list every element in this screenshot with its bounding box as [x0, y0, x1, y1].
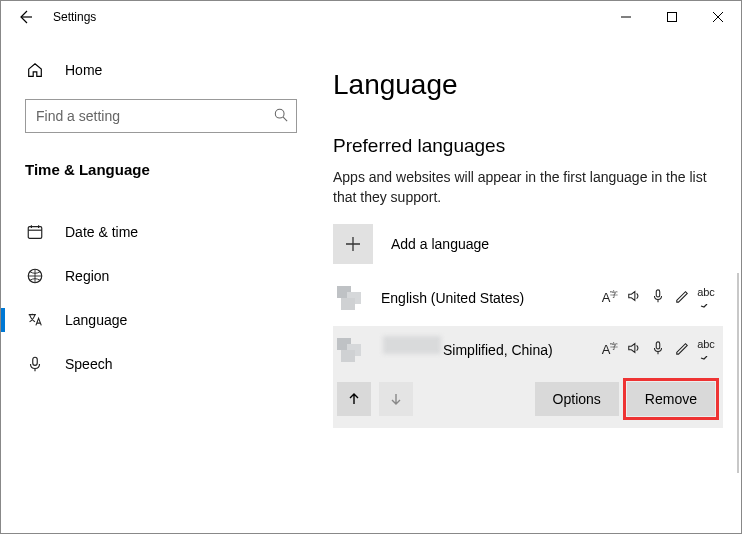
category-title: Time & Language: [1, 149, 321, 194]
home-icon: [25, 61, 45, 79]
move-up-button[interactable]: [337, 382, 371, 416]
search-input[interactable]: Find a setting: [25, 99, 297, 133]
move-down-button[interactable]: [379, 382, 413, 416]
section-title: Preferred languages: [333, 135, 723, 157]
language-icon: [25, 311, 45, 329]
language-item-selected-group: Simplified, China) A字 abc: [333, 326, 723, 428]
svg-rect-2: [28, 227, 42, 239]
microphone-icon: [25, 355, 45, 373]
nav-language[interactable]: Language: [1, 298, 321, 342]
nav-date-time[interactable]: Date & time: [1, 210, 321, 254]
language-actions: Options Remove: [333, 374, 723, 416]
language-feature-icons: A字 abc: [601, 286, 715, 310]
nav-label: Region: [65, 268, 109, 284]
window-controls: [603, 1, 741, 33]
scrollbar[interactable]: [737, 273, 739, 473]
minimize-button[interactable]: [603, 1, 649, 33]
svg-point-1: [275, 109, 284, 118]
plus-icon: [333, 224, 373, 264]
sidebar-home[interactable]: Home: [1, 53, 321, 87]
tts-icon: [625, 341, 643, 358]
language-item-chinese[interactable]: Simplified, China) A字 abc: [333, 326, 723, 374]
remove-button[interactable]: Remove: [627, 382, 715, 416]
spellcheck-icon: abc: [697, 338, 715, 362]
display-lang-icon: A字: [601, 289, 619, 305]
handwriting-icon: [673, 341, 691, 358]
section-description: Apps and websites will appear in the fir…: [333, 167, 723, 208]
nav-label: Date & time: [65, 224, 138, 240]
options-label: Options: [553, 391, 601, 407]
nav-list: Date & time Region Language: [1, 210, 321, 386]
add-language[interactable]: Add a language: [333, 224, 723, 264]
nav-region[interactable]: Region: [1, 254, 321, 298]
remove-label: Remove: [645, 391, 697, 407]
svg-rect-5: [656, 290, 660, 297]
tts-icon: [625, 289, 643, 306]
svg-rect-4: [33, 357, 38, 365]
flag-icon: [337, 338, 367, 362]
sidebar: Home Find a setting Time & Language Date…: [1, 33, 321, 533]
sidebar-home-label: Home: [65, 62, 102, 78]
language-name: English (United States): [381, 290, 601, 306]
svg-rect-6: [656, 342, 660, 349]
back-button[interactable]: [13, 5, 37, 29]
settings-window: Settings Home Find a setting Time & Lang…: [0, 0, 742, 534]
options-button[interactable]: Options: [535, 382, 619, 416]
search-placeholder: Find a setting: [36, 108, 274, 124]
language-feature-icons: A字 abc: [601, 338, 715, 362]
handwriting-icon: [673, 289, 691, 306]
globe-icon: [25, 267, 45, 285]
page-title: Language: [333, 69, 723, 101]
body: Home Find a setting Time & Language Date…: [1, 33, 741, 533]
nav-speech[interactable]: Speech: [1, 342, 321, 386]
speech-icon: [649, 289, 667, 306]
language-item-english[interactable]: English (United States) A字 abc: [333, 276, 723, 320]
maximize-button[interactable]: [649, 1, 695, 33]
main: Language Preferred languages Apps and we…: [321, 33, 741, 533]
flag-icon: [337, 286, 367, 310]
svg-rect-0: [668, 13, 677, 22]
spellcheck-icon: abc: [697, 286, 715, 310]
redacted-text: [383, 336, 441, 354]
back-arrow-icon: [17, 9, 33, 25]
add-language-label: Add a language: [391, 236, 489, 252]
window-title: Settings: [53, 10, 96, 24]
nav-label: Speech: [65, 356, 112, 372]
close-button[interactable]: [695, 1, 741, 33]
titlebar: Settings: [1, 1, 741, 33]
search-icon: [274, 108, 288, 125]
calendar-icon: [25, 223, 45, 241]
nav-label: Language: [65, 312, 127, 328]
speech-icon: [649, 341, 667, 358]
display-lang-icon: A字: [601, 341, 619, 357]
